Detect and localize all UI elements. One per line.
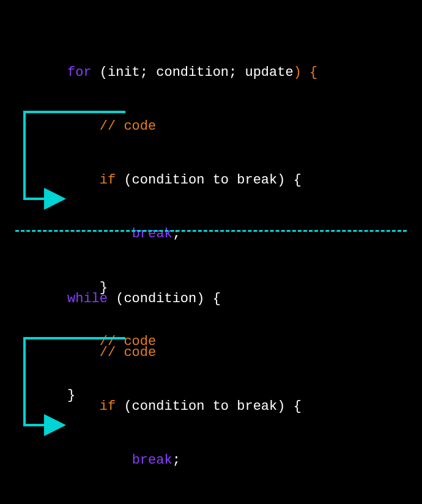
section-divider: [15, 230, 407, 232]
while-keyword: while: [67, 291, 108, 306]
for-close-paren: ) {: [294, 65, 318, 80]
while-loop-block: while (condition) { // code if (conditio…: [67, 257, 302, 504]
for-init-text: (init; condition; update: [92, 65, 294, 80]
for-line-1: for (init; condition; update) {: [67, 61, 317, 84]
while-break-keyword: break: [132, 453, 172, 468]
for-if-cond: (condition to break) {: [116, 172, 302, 188]
for-keyword: for: [67, 65, 92, 80]
for-line-3: if (condition to break) {: [67, 169, 317, 192]
while-line-3: if (condition to break) {: [67, 395, 302, 418]
for-line-4: break;: [67, 223, 317, 246]
while-break-semi: ;: [172, 453, 180, 468]
while-if-cond: (condition to break) {: [116, 399, 302, 414]
for-line-2: // code: [67, 115, 317, 138]
for-break-keyword: break: [132, 226, 172, 242]
for-break-semi: ;: [172, 226, 180, 242]
while-if-keyword: if: [100, 399, 116, 414]
for-if-keyword: if: [100, 172, 116, 188]
while-line-2: // code: [67, 341, 302, 365]
for-comment-1: // code: [100, 119, 156, 134]
while-cond: (condition) {: [108, 291, 221, 306]
while-line-4: break;: [67, 449, 302, 472]
while-comment-1: // code: [100, 345, 156, 360]
while-line-1: while (condition) {: [67, 287, 302, 311]
